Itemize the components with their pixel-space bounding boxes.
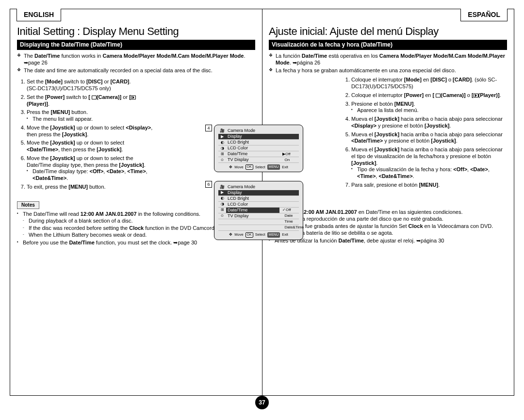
lcd-screen-6: 🎥Camera Mode ▶Display ◐LCD Bright ◑LCD C…	[214, 181, 303, 240]
section-es: Visualización de la fecha y hora (Date/T…	[269, 40, 507, 50]
steps-es: Coloque el interruptor [Mode] en [DISC] …	[342, 77, 507, 188]
figure-label-4: 4	[205, 125, 212, 131]
lcd-screen-4: 🎥Camera Mode ▶Display ◐LCD Bright ◑LCD C…	[214, 125, 303, 172]
steps-en: Set the [Mode] switch to [DISC] or [CARD…	[17, 79, 153, 190]
lcd-figures: 4 🎥Camera Mode ▶Display ◐LCD Bright ◑LCD…	[214, 125, 310, 243]
intro-en: The Date/Time function works in Camera M…	[17, 53, 255, 74]
manual-page: ENGLISH Initial Setting : Display Menu S…	[10, 9, 514, 396]
lang-label-en: ENGLISH	[16, 9, 61, 21]
notes-label-en: Notes	[17, 201, 39, 210]
lang-label-es: ESPAÑOL	[460, 9, 508, 21]
figure-label-6: 6	[205, 181, 212, 188]
section-en: Displaying the Date/Time (Date/Time)	[17, 40, 255, 50]
title-en: Initial Setting : Display Menu Setting	[17, 25, 255, 38]
page-number: 37	[255, 396, 269, 409]
intro-es: La función Date/Time está operativa en l…	[269, 53, 507, 74]
title-es: Ajuste inicial: Ajuste del menú Display	[269, 25, 507, 38]
